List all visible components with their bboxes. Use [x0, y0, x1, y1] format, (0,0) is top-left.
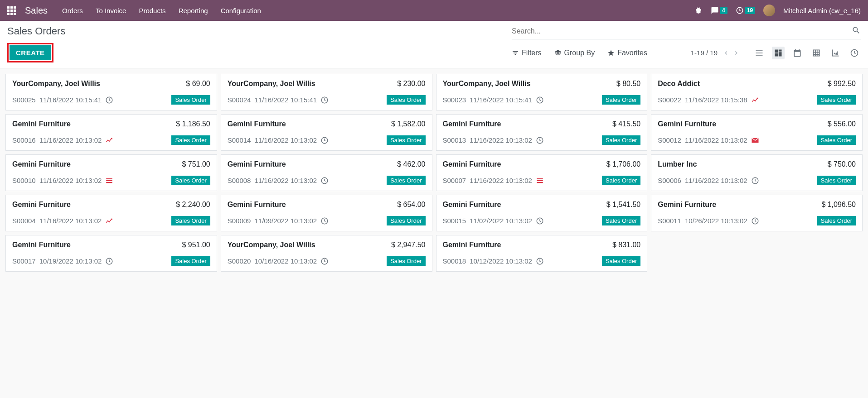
clock-icon[interactable]	[320, 257, 329, 265]
status-badge: Sales Order	[817, 216, 856, 225]
kanban-card[interactable]: Gemini Furniture$ 462.00S0000811/16/2022…	[221, 154, 432, 191]
nav-to-invoice[interactable]: To Invoice	[96, 7, 126, 14]
nav-configuration[interactable]: Configuration	[221, 7, 261, 14]
line-chart-icon[interactable]	[751, 96, 759, 104]
pivot-icon	[812, 48, 821, 58]
kanban-card[interactable]: YourCompany, Joel Willis$ 80.50S0002311/…	[436, 74, 648, 110]
kanban-card[interactable]: Deco Addict$ 992.50S0002211/16/2022 10:1…	[651, 74, 863, 110]
clock-icon[interactable]	[320, 136, 329, 144]
kanban-card[interactable]: Gemini Furniture$ 751.00S0001011/16/2022…	[5, 154, 217, 191]
messaging-icon[interactable]: 4	[711, 6, 727, 14]
card-date: 11/16/2022 10:13:02	[254, 136, 317, 144]
clock-icon[interactable]	[105, 257, 113, 265]
nav-reporting[interactable]: Reporting	[179, 7, 208, 14]
groupby-button[interactable]: Group By	[554, 49, 595, 57]
search-icon[interactable]	[852, 26, 861, 37]
card-amount: $ 415.50	[612, 120, 640, 128]
calendar-icon	[793, 48, 802, 58]
line-chart-icon[interactable]	[105, 217, 113, 225]
card-amount: $ 1,706.00	[606, 160, 641, 168]
card-reference: S00023	[443, 96, 466, 104]
view-list-button[interactable]	[753, 47, 766, 59]
clock-icon[interactable]	[751, 177, 759, 185]
pager-text[interactable]: 1-19 / 19	[691, 49, 718, 57]
kanban-card[interactable]: Lumber Inc$ 750.00S0000611/16/2022 10:13…	[651, 154, 863, 191]
card-customer: YourCompany, Joel Willis	[12, 80, 100, 88]
favorites-button[interactable]: Favorites	[607, 49, 647, 57]
activities-icon[interactable]: 19	[736, 6, 755, 14]
kanban-card[interactable]: Gemini Furniture$ 1,186.50S0001611/16/20…	[5, 114, 217, 151]
app-brand[interactable]: Sales	[25, 5, 48, 16]
kanban-icon	[774, 48, 783, 58]
card-amount: $ 69.00	[186, 80, 210, 88]
view-activity-button[interactable]	[848, 47, 861, 59]
kanban-card[interactable]: Gemini Furniture$ 556.00S0001211/16/2022…	[651, 114, 863, 151]
status-badge: Sales Order	[387, 95, 425, 105]
kanban-card[interactable]: Gemini Furniture$ 831.00S0001810/12/2022…	[436, 235, 648, 272]
card-customer: Gemini Furniture	[12, 241, 71, 249]
clock-icon[interactable]	[320, 177, 329, 185]
kanban-card[interactable]: Gemini Furniture$ 1,096.50S0001110/26/20…	[651, 195, 863, 231]
card-amount: $ 750.00	[828, 160, 856, 168]
clock-icon[interactable]	[105, 96, 113, 104]
clock-icon[interactable]	[320, 96, 329, 104]
pager-prev-icon[interactable]	[723, 50, 729, 56]
view-pivot-button[interactable]	[810, 47, 823, 59]
card-reference: S00025	[12, 96, 36, 104]
kanban-card[interactable]: YourCompany, Joel Willis$ 2,947.50S00020…	[221, 235, 432, 272]
kanban-card[interactable]: Gemini Furniture$ 415.50S0001311/16/2022…	[436, 114, 648, 151]
card-reference: S00014	[228, 136, 251, 144]
bug-icon[interactable]	[694, 6, 703, 14]
card-date: 10/26/2022 10:13:02	[685, 217, 747, 225]
card-date: 10/16/2022 10:13:02	[254, 257, 317, 265]
kanban-card[interactable]: YourCompany, Joel Willis$ 230.00S0002411…	[221, 74, 432, 110]
svg-rect-9	[107, 182, 113, 183]
kanban-card[interactable]: Gemini Furniture$ 1,541.50S0001511/02/20…	[436, 195, 648, 231]
card-amount: $ 80.50	[616, 80, 640, 88]
breadcrumb: Sales Orders	[7, 25, 65, 37]
layers-icon	[554, 49, 562, 57]
filters-button[interactable]: Filters	[512, 49, 542, 57]
kanban-card[interactable]: Gemini Furniture$ 951.00S0001710/19/2022…	[5, 235, 217, 272]
kanban-card[interactable]: Gemini Furniture$ 1,706.00S0000711/16/20…	[436, 154, 648, 191]
apps-icon[interactable]	[7, 6, 16, 15]
svg-rect-12	[537, 180, 543, 181]
mail-icon[interactable]	[751, 136, 759, 144]
nav-products[interactable]: Products	[139, 7, 165, 14]
clock-icon[interactable]	[320, 217, 329, 225]
nav-orders[interactable]: Orders	[62, 7, 83, 14]
kanban-grid: YourCompany, Joel Willis$ 69.00S0002511/…	[0, 68, 868, 277]
card-reference: S00008	[228, 177, 251, 184]
card-customer: Gemini Furniture	[658, 120, 716, 128]
card-reference: S00010	[12, 177, 36, 184]
messaging-badge: 4	[720, 7, 727, 14]
graph-icon	[831, 48, 840, 58]
kanban-card[interactable]: Gemini Furniture$ 2,240.00S0000411/16/20…	[5, 195, 217, 231]
card-customer: Gemini Furniture	[12, 160, 71, 168]
search-input[interactable]	[512, 25, 852, 37]
status-badge: Sales Order	[171, 256, 210, 266]
view-graph-button[interactable]	[829, 47, 842, 59]
view-kanban-button[interactable]	[772, 47, 785, 59]
clock-icon[interactable]	[536, 136, 544, 144]
task-icon[interactable]	[105, 177, 113, 185]
kanban-card[interactable]: Gemini Furniture$ 654.00S0000911/09/2022…	[221, 195, 432, 231]
card-amount: $ 951.00	[182, 241, 210, 249]
task-icon[interactable]	[536, 177, 544, 185]
kanban-card[interactable]: YourCompany, Joel Willis$ 69.00S0002511/…	[5, 74, 217, 110]
view-calendar-button[interactable]	[791, 47, 804, 59]
clock-icon[interactable]	[536, 217, 544, 225]
clock-icon[interactable]	[751, 217, 759, 225]
create-button[interactable]: CREATE	[10, 45, 51, 60]
kanban-card[interactable]: Gemini Furniture$ 1,582.00S0001411/16/20…	[221, 114, 432, 151]
card-amount: $ 2,947.50	[391, 241, 426, 249]
clock-icon[interactable]	[536, 257, 544, 265]
status-badge: Sales Order	[602, 216, 640, 225]
user-avatar[interactable]	[763, 5, 775, 16]
clock-icon[interactable]	[536, 96, 544, 104]
line-chart-icon[interactable]	[105, 136, 113, 144]
card-date: 10/12/2022 10:13:02	[470, 257, 532, 265]
create-button-highlight: CREATE	[7, 43, 53, 62]
pager-next-icon[interactable]	[733, 50, 739, 56]
username[interactable]: Mitchell Admin (cw_e_16)	[783, 7, 861, 14]
